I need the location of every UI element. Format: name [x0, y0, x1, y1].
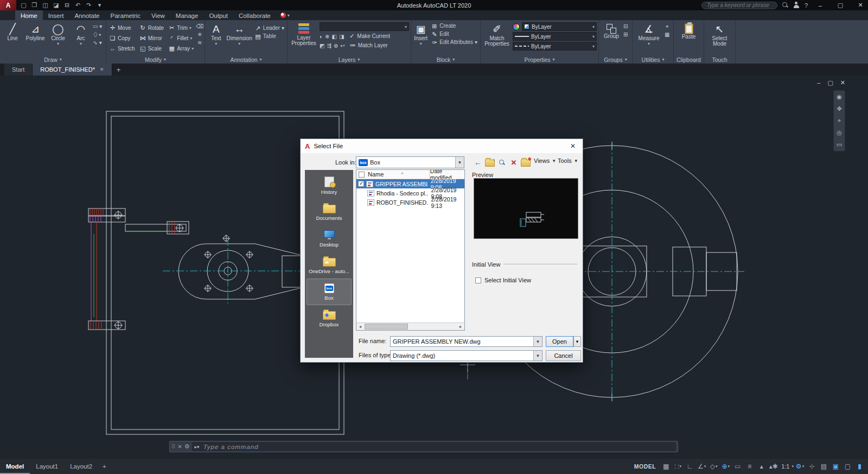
scroll-right-icon[interactable]: ▸	[457, 323, 464, 330]
file-tab-start[interactable]: Start	[4, 64, 33, 75]
place-desktop[interactable]: Desktop	[307, 225, 352, 252]
match-layer-button[interactable]: ≔Match Layer	[348, 41, 389, 49]
erase-tool-icon[interactable]: ⌫	[196, 23, 203, 30]
tab-output[interactable]: Output	[203, 10, 233, 20]
lineweight-dropdown[interactable]: ByLayer▾	[513, 32, 597, 41]
ungroup-icon[interactable]: ⊟	[623, 23, 628, 30]
open-options-button[interactable]: ▼	[573, 336, 581, 347]
properties-panel-label[interactable]: Properties▾	[481, 55, 598, 64]
command-grip-icon[interactable]: ⠿	[171, 444, 175, 450]
dialog-title-bar[interactable]: A Select File ✕	[301, 139, 583, 153]
measure-button[interactable]: ∡Measure▾	[634, 22, 663, 55]
copy-button[interactable]: ❏Copy	[108, 33, 136, 43]
make-current-button[interactable]: ✓Make Current	[347, 32, 391, 40]
move-button[interactable]: ✛Move	[108, 23, 136, 33]
full-navigation-wheel-icon[interactable]: ◉	[837, 93, 842, 100]
autocad-logo-icon[interactable]: A	[0, 0, 16, 10]
new-file-icon[interactable]: ▢	[18, 0, 29, 10]
isometric-drafting-icon[interactable]: ◇▾	[708, 461, 719, 472]
arc-button[interactable]: ◠Arc▾	[70, 22, 92, 55]
place-documents[interactable]: Documents	[307, 199, 352, 225]
quick-calc-icon[interactable]: ▦	[665, 31, 669, 38]
insert-button[interactable]: ▣Insert▾	[413, 22, 429, 55]
command-input[interactable]: ▸▾ Type a command	[192, 442, 676, 451]
ortho-mode-icon[interactable]: ∟	[684, 461, 695, 472]
leader-button[interactable]: ↗Leader▾	[253, 25, 285, 31]
groups-panel-label[interactable]: Groups▾	[599, 55, 632, 64]
scroll-left-icon[interactable]: ◂	[356, 323, 364, 330]
save-icon[interactable]: ◫	[40, 0, 50, 10]
object-color-dropdown[interactable]: ByLayer▾	[522, 22, 597, 31]
linetype-dropdown[interactable]: ByLayer▾	[513, 42, 597, 50]
open-button[interactable]: Open	[546, 336, 573, 347]
cancel-button[interactable]: Cancel	[546, 350, 581, 361]
edit-block-button[interactable]: ✎Edit	[430, 31, 478, 37]
quick-properties-icon[interactable]: ▣	[830, 461, 841, 472]
text-button[interactable]: AText▾	[207, 22, 226, 55]
maximize-button[interactable]: ▢	[833, 0, 848, 10]
tab-view[interactable]: View	[146, 10, 170, 20]
views-menu-button[interactable]: Views▼	[534, 157, 556, 164]
select-all-checkbox[interactable]	[359, 172, 365, 178]
object-snap-icon[interactable]: ⊕▾	[720, 461, 731, 472]
annotation-monitor-icon[interactable]: ⊹	[806, 461, 818, 472]
rectangle-tool-icon[interactable]: ▭ ▾	[93, 23, 102, 30]
layer-unlock-icon[interactable]: ◩	[320, 43, 324, 49]
annotation-scale-button[interactable]: 1:1▾	[780, 461, 794, 472]
file-name-input[interactable]: GRIPPER ASSEMBLY NEW.dwg ▼	[390, 336, 542, 347]
tab-collaborate[interactable]: Collaborate	[233, 10, 276, 20]
lock-ui-icon[interactable]: ▢	[842, 461, 853, 472]
trim-button[interactable]: ✂Trim▾	[167, 23, 195, 33]
place-box[interactable]: box Box	[307, 279, 352, 305]
id-point-icon[interactable]: ⌖	[665, 23, 669, 30]
color-wheel-icon[interactable]	[513, 23, 520, 30]
extra-tab-menu[interactable]: ▾	[276, 10, 294, 20]
chevron-down-icon[interactable]: ▼	[533, 337, 542, 346]
group-button[interactable]: Group	[601, 22, 622, 55]
grid-display-icon[interactable]: ▦	[660, 461, 672, 472]
tab-parametric[interactable]: Parametric	[105, 10, 146, 20]
scale-button[interactable]: ◱Scale	[138, 43, 165, 54]
files-of-type-dropdown[interactable]: Drawing (*.dwg) ▼	[390, 350, 542, 361]
draw-panel-label[interactable]: Draw▾	[0, 55, 106, 64]
explode-tool-icon[interactable]: ✳	[196, 31, 203, 38]
mirror-button[interactable]: ⋈Mirror	[138, 33, 165, 43]
place-dropbox[interactable]: ◈ Dropbox	[307, 305, 352, 332]
polyline-button[interactable]: ⊿Polyline	[24, 22, 46, 55]
create-block-button[interactable]: ⊞Create	[430, 23, 478, 29]
scrollbar-thumb[interactable]	[365, 324, 408, 330]
up-one-level-button[interactable]: ↑	[485, 157, 495, 167]
circle-button[interactable]: ◯Circle▾	[47, 22, 69, 55]
table-button[interactable]: ▤Table	[253, 33, 285, 40]
layer-isolate-icon[interactable]: ◨	[339, 34, 344, 40]
drawing-close-icon[interactable]: ✕	[840, 79, 845, 86]
new-layout-button[interactable]: +	[98, 463, 111, 470]
tab-home[interactable]: Home	[15, 10, 43, 20]
place-history[interactable]: History	[307, 172, 352, 199]
modify-panel-label[interactable]: Modify▾	[106, 55, 205, 64]
open-file-icon[interactable]: ❒	[29, 0, 40, 10]
layer-off-icon[interactable]: ◐	[320, 34, 323, 40]
file-tab-robot-finished[interactable]: ROBOT_FINISHED*✕	[33, 64, 112, 75]
search-input[interactable]	[701, 2, 777, 9]
block-panel-label[interactable]: Block▾	[411, 55, 480, 64]
lineweight-display-icon[interactable]: ≡	[744, 461, 755, 472]
pan-icon[interactable]: ✥	[837, 105, 841, 112]
tab-insert[interactable]: Insert	[43, 10, 69, 20]
tab-manage[interactable]: Manage	[170, 10, 204, 20]
minimize-button[interactable]: –	[813, 0, 828, 10]
match-properties-button[interactable]: ✐Match Properties	[482, 22, 512, 55]
new-drawing-tab-button[interactable]: +	[112, 64, 125, 75]
stretch-button[interactable]: ⇔Stretch	[108, 43, 136, 54]
snap-mode-icon[interactable]: ⸬▾	[672, 461, 684, 472]
offset-tool-icon[interactable]: ≋	[196, 40, 203, 46]
sign-in-icon[interactable]	[793, 2, 800, 9]
help-icon[interactable]: ?	[805, 2, 808, 9]
layer-select-dropdown[interactable]: ▾	[320, 22, 409, 31]
workspace-switching-icon[interactable]: ⚙▾	[794, 461, 806, 472]
fillet-button[interactable]: ◜Fillet▾	[167, 33, 195, 43]
layer-lock-icon[interactable]: ◧	[331, 34, 336, 40]
back-button[interactable]: ←	[473, 157, 483, 167]
close-tab-icon[interactable]: ✕	[100, 67, 104, 72]
save-as-icon[interactable]: ◪	[51, 0, 61, 10]
